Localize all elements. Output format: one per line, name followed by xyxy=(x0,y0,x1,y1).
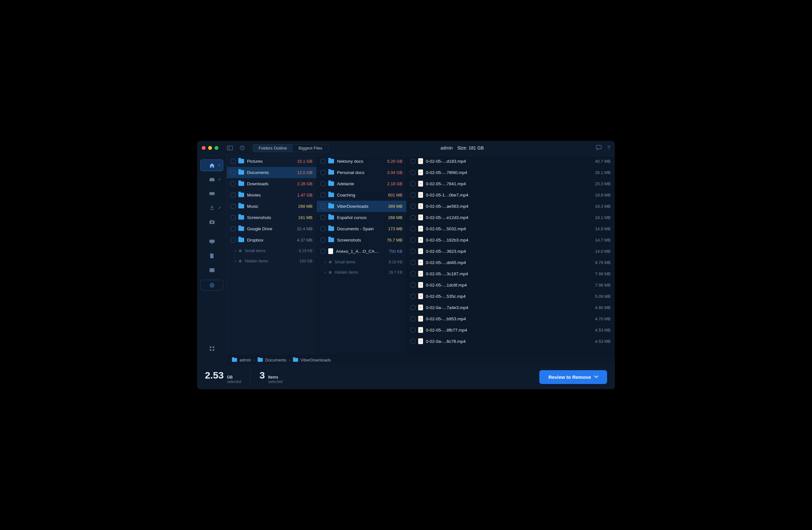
list-row[interactable]: 0-02-05-…5032.mp414.9 MB xyxy=(407,223,614,235)
select-checkbox[interactable] xyxy=(321,249,325,254)
list-row[interactable]: 0-02-05-1…0be7.mp419.8 MB xyxy=(407,190,614,201)
summary-row[interactable]: ›Hidden items28.7 KB xyxy=(317,267,406,278)
sidebar-monitor[interactable] xyxy=(200,236,223,248)
list-row[interactable]: 0-02-05-…d183.mp440.7 MB xyxy=(407,156,614,167)
list-row[interactable]: Google Drive32.4 MB xyxy=(227,223,316,235)
select-checkbox[interactable] xyxy=(410,271,415,276)
select-checkbox[interactable] xyxy=(231,159,235,164)
select-checkbox[interactable] xyxy=(321,226,325,231)
summary-row[interactable]: ›Small items8.19 KB xyxy=(227,246,316,256)
select-checkbox[interactable] xyxy=(410,193,415,197)
sidebar-camera[interactable] xyxy=(200,216,223,228)
select-checkbox[interactable] xyxy=(410,305,415,310)
select-checkbox[interactable] xyxy=(321,170,325,175)
list-row[interactable]: Coaching601 MB xyxy=(317,190,406,201)
select-checkbox[interactable] xyxy=(410,283,415,288)
list-row[interactable]: 0-02-05-…3c187.mp47.99 MB xyxy=(407,268,614,279)
select-checkbox[interactable] xyxy=(410,204,415,209)
seg-folders-outline[interactable]: Folders Outline xyxy=(253,144,293,152)
add-source-button[interactable] xyxy=(200,280,223,291)
list-row[interactable]: 0-02-05-…3623.mp414.0 MB xyxy=(407,246,614,257)
sidebar-video[interactable] xyxy=(200,264,223,276)
list-row[interactable]: Personal docs3.04 GB xyxy=(317,167,406,178)
list-row[interactable]: 0-02-0a-…6c78.mp44.53 MB xyxy=(407,336,614,347)
list-row[interactable]: Documents - Spain173 MB xyxy=(317,223,406,235)
list-row[interactable]: 0-02-05-…78f40.mp426.1 MB xyxy=(407,167,614,178)
row-name: Nektony docs xyxy=(337,159,380,164)
sidebar-home[interactable]: ✓ xyxy=(200,159,223,171)
select-checkbox[interactable] xyxy=(410,249,415,254)
list-row[interactable]: Nektony docs5.28 GB xyxy=(317,156,406,167)
list-row[interactable]: Screenshots161 MB xyxy=(227,212,316,223)
maximize-window-button[interactable] xyxy=(215,146,218,150)
feedback-icon[interactable] xyxy=(596,145,601,151)
list-row[interactable]: Dropbox4.37 MB xyxy=(227,235,316,246)
select-checkbox[interactable] xyxy=(321,215,325,220)
select-checkbox[interactable] xyxy=(231,215,235,220)
select-checkbox[interactable] xyxy=(410,339,415,344)
select-checkbox[interactable] xyxy=(231,204,235,209)
list-row[interactable]: 0-02-05-…b953.mp44.70 MB xyxy=(407,313,614,324)
select-checkbox[interactable] xyxy=(231,238,235,242)
help-icon[interactable]: ? xyxy=(607,145,610,151)
row-size: 20.3 MB xyxy=(591,181,611,186)
list-row[interactable]: Español cursos268 MB xyxy=(317,212,406,223)
list-row[interactable]: Movies1.47 GB xyxy=(227,190,316,201)
folder-icon xyxy=(328,226,334,231)
list-row[interactable]: Adelante2.18 GB xyxy=(317,178,406,190)
seg-biggest-files[interactable]: Biggest Files xyxy=(293,144,328,152)
list-row[interactable]: Downloads2.28 GB xyxy=(227,178,316,190)
list-row[interactable]: 0-02-05-…ae563.mp418.3 MB xyxy=(407,201,614,212)
history-icon[interactable] xyxy=(238,144,247,152)
select-checkbox[interactable] xyxy=(321,181,325,186)
select-checkbox[interactable] xyxy=(231,170,235,175)
list-row[interactable]: 0-02-05-…182b3.mp414.7 MB xyxy=(407,235,614,246)
select-checkbox[interactable] xyxy=(410,238,415,242)
list-row[interactable]: 0-02-05-…1dc8f.mp47.96 MB xyxy=(407,279,614,291)
sidebar-disk2[interactable] xyxy=(200,188,223,199)
select-checkbox[interactable] xyxy=(410,260,415,265)
select-checkbox[interactable] xyxy=(410,215,415,220)
toggle-sidebar-button[interactable] xyxy=(226,144,234,152)
select-checkbox[interactable] xyxy=(410,226,415,231)
list-row[interactable]: Pictures15.1 GB xyxy=(227,156,316,167)
select-checkbox[interactable] xyxy=(231,193,235,197)
list-row[interactable]: Screenshots76.7 MB xyxy=(317,235,406,246)
select-checkbox[interactable] xyxy=(410,317,415,321)
breadcrumb-item[interactable]: admin xyxy=(240,358,251,362)
select-checkbox[interactable] xyxy=(321,193,325,197)
list-row[interactable]: 0-02-05-…8fb77.mp44.53 MB xyxy=(407,324,614,336)
list-row[interactable]: 0-02-05-…535c.mp45.09 MB xyxy=(407,291,614,302)
select-checkbox[interactable] xyxy=(410,328,415,333)
select-checkbox[interactable] xyxy=(231,226,235,231)
list-row[interactable]: 0-02-0a-…7a4e3.mp44.80 MB xyxy=(407,302,614,313)
select-checkbox[interactable] xyxy=(410,294,415,299)
select-checkbox[interactable] xyxy=(321,238,325,242)
list-row[interactable]: Documents12.0 GB xyxy=(227,167,316,178)
breadcrumb-item[interactable]: ViberDownloads xyxy=(301,358,331,362)
select-checkbox[interactable] xyxy=(410,170,415,175)
select-checkbox[interactable] xyxy=(321,159,325,164)
sidebar-downloads[interactable]: ✓ xyxy=(200,202,223,213)
summary-row[interactable]: ›Small items8.19 KB xyxy=(317,257,406,267)
summary-row[interactable]: ›Hidden items150 GB xyxy=(227,256,316,266)
select-checkbox[interactable] xyxy=(410,159,415,164)
sidebar-drive[interactable]: ✓ xyxy=(200,174,223,185)
sidebar-document[interactable] xyxy=(200,250,223,262)
select-checkbox[interactable] xyxy=(231,181,235,186)
list-row[interactable]: Anexo_1_A…O_CAS.pdf750 KB xyxy=(317,246,406,257)
list-row[interactable]: ViberDownloads389 MB xyxy=(317,201,406,212)
select-checkbox[interactable] xyxy=(410,181,415,186)
row-name: Downloads xyxy=(247,181,290,186)
minimize-window-button[interactable] xyxy=(208,146,212,150)
sidebar-grid-button[interactable] xyxy=(200,346,223,351)
list-row[interactable]: 0-02-05-…dd45.mp49.79 MB xyxy=(407,257,614,268)
select-checkbox[interactable] xyxy=(321,204,325,209)
list-row[interactable]: 0-02-05-…7841.mp420.3 MB xyxy=(407,178,614,190)
close-window-button[interactable] xyxy=(202,146,206,150)
breadcrumb-item[interactable]: Documents xyxy=(265,358,287,362)
toolbar: Folders Outline Biggest Files admin Size… xyxy=(197,141,615,156)
list-row[interactable]: 0-02-05-…e12d3.mp418.1 MB xyxy=(407,212,614,223)
list-row[interactable]: Music268 MB xyxy=(227,201,316,212)
review-to-remove-button[interactable]: Review to Remove xyxy=(539,370,607,384)
